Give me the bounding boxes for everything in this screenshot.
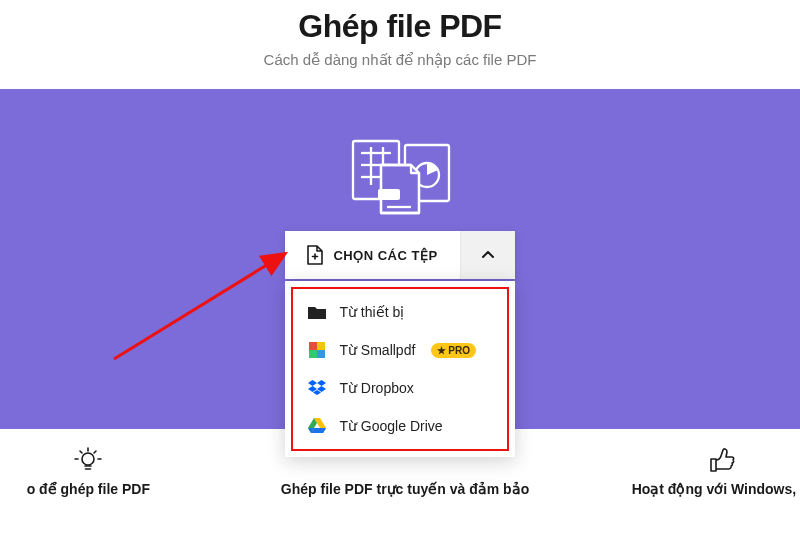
source-option-smallpdf[interactable]: Từ Smallpdf ★PRO bbox=[293, 331, 507, 369]
documents-illustration: PDF bbox=[345, 137, 455, 219]
feature-label: Ghép file PDF trực tuyến và đảm bảo bbox=[247, 481, 564, 497]
dropbox-icon bbox=[307, 379, 327, 397]
choose-files-button[interactable]: CHỌN CÁC TỆP bbox=[285, 231, 460, 279]
source-option-dropbox[interactable]: Từ Dropbox bbox=[293, 369, 507, 407]
chevron-up-icon bbox=[481, 246, 495, 264]
smallpdf-icon bbox=[307, 341, 327, 359]
svg-point-24 bbox=[82, 453, 94, 465]
pro-badge: ★PRO bbox=[431, 343, 476, 358]
folder-icon bbox=[307, 303, 327, 321]
option-label: Từ Google Drive bbox=[339, 418, 442, 434]
feature-merge: o để ghép file PDF bbox=[0, 445, 247, 497]
feature-label: Hoạt động với Windows, M bbox=[563, 481, 800, 497]
feature-label: o để ghép file PDF bbox=[0, 481, 247, 497]
page-title: Ghép file PDF bbox=[0, 8, 800, 45]
annotation-highlight-box: Từ thiết bị Từ Smallpdf ★PRO Từ Dropbox bbox=[291, 287, 509, 451]
svg-line-23 bbox=[114, 255, 283, 359]
file-chooser: CHỌN CÁC TỆP Từ thiết bị Từ Sm bbox=[285, 231, 514, 279]
svg-text:PDF: PDF bbox=[382, 191, 397, 200]
source-option-device[interactable]: Từ thiết bị bbox=[293, 293, 507, 331]
svg-marker-12 bbox=[317, 380, 326, 386]
add-file-icon bbox=[307, 245, 323, 265]
option-label: Từ thiết bị bbox=[339, 304, 404, 320]
source-option-google-drive[interactable]: Từ Google Drive bbox=[293, 407, 507, 445]
option-label: Từ Smallpdf bbox=[339, 342, 415, 358]
hero-panel: PDF CHỌN CÁC TỆP bbox=[0, 89, 800, 429]
annotation-arrow bbox=[108, 247, 308, 367]
lightbulb-icon bbox=[0, 445, 247, 475]
choose-files-label: CHỌN CÁC TỆP bbox=[333, 248, 437, 263]
source-dropdown: Từ thiết bị Từ Smallpdf ★PRO Từ Dropbox bbox=[285, 281, 515, 457]
google-drive-icon bbox=[307, 417, 327, 435]
svg-marker-11 bbox=[308, 380, 317, 386]
page-subtitle: Cách dễ dàng nhất để nhập các file PDF bbox=[0, 51, 800, 69]
option-label: Từ Dropbox bbox=[339, 380, 413, 396]
feature-platforms: Hoạt động với Windows, M bbox=[563, 445, 800, 497]
thumbs-up-icon bbox=[563, 445, 800, 475]
source-dropdown-toggle[interactable] bbox=[461, 231, 515, 279]
